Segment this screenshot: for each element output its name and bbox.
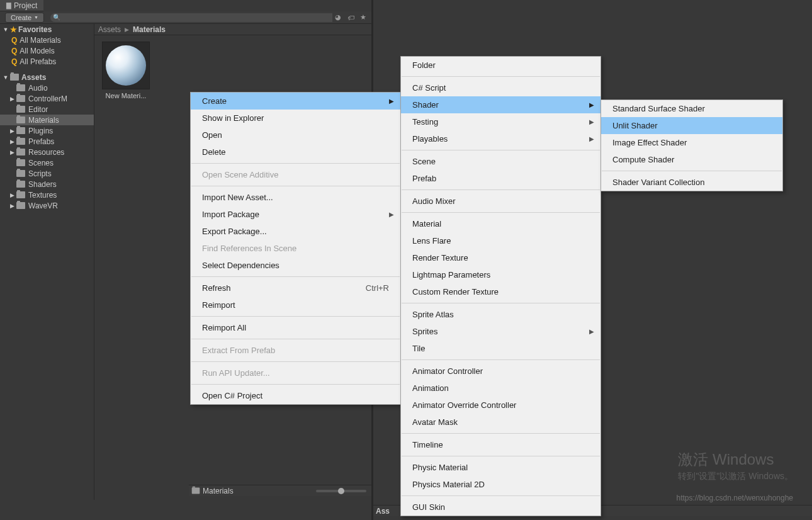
filter-icon[interactable]: ◕ (332, 13, 344, 23)
menu-item[interactable]: Physics Material 2D (401, 476, 601, 493)
chevron-right-icon[interactable] (9, 203, 15, 209)
menu-item[interactable]: Lens Flare (401, 232, 601, 249)
menu-item[interactable]: Reimport All (191, 319, 400, 336)
folder-item[interactable]: Plugins (0, 125, 94, 136)
chevron-right-icon[interactable] (9, 149, 15, 155)
asset-thumbnail (102, 42, 150, 89)
folder-label: Shaders (28, 180, 57, 189)
menu-item-label: Reimport (202, 300, 235, 310)
menu-item-label: Material (412, 219, 441, 229)
favorites-header[interactable]: ★ Favorites (0, 24, 94, 35)
context-menu-shader: Standard Surface ShaderUnlit ShaderImage… (601, 99, 783, 191)
menu-item-label: Animation (412, 383, 449, 393)
menu-item-label: Playables (412, 134, 448, 144)
menu-item[interactable]: Animation (401, 380, 601, 397)
favorite-item[interactable]: QAll Models (0, 45, 94, 56)
menu-item[interactable]: Shader Variant Collection (601, 174, 782, 191)
breadcrumb-root[interactable]: Assets (98, 25, 121, 34)
folder-item[interactable]: Materials (0, 115, 94, 125)
chevron-right-icon: ▶ (589, 101, 594, 108)
folder-item[interactable]: Audio (0, 82, 94, 93)
menu-item[interactable]: GUI Skin (401, 499, 601, 516)
menu-item[interactable]: Prefab (401, 170, 601, 187)
menu-item[interactable]: Folder (401, 57, 601, 74)
menu-item[interactable]: Tile (401, 340, 601, 357)
folder-item[interactable]: Shaders (0, 179, 94, 189)
menu-item[interactable]: Shader▶ (401, 96, 601, 113)
folder-label: Audio (28, 84, 48, 93)
menu-item-label: Export Package... (202, 227, 267, 236)
folder-item[interactable]: Textures (0, 189, 94, 200)
menu-item[interactable]: Timeline (401, 436, 601, 453)
folder-item[interactable]: WaveVR (0, 200, 94, 211)
folder-icon (16, 170, 25, 177)
search-area: 🔍 (50, 13, 332, 22)
menu-item-label: Run API Updater... (202, 368, 270, 378)
chevron-down-icon[interactable] (3, 26, 9, 33)
chevron-right-icon[interactable] (9, 96, 15, 102)
menu-item[interactable]: Animator Override Controller (401, 397, 601, 414)
menu-item: Open Scene Additive (191, 166, 400, 183)
menu-item[interactable]: Render Texture (401, 249, 601, 266)
menu-item[interactable]: C# Script (401, 79, 601, 96)
menu-item[interactable]: Show in Explorer (191, 110, 400, 127)
menu-item[interactable]: Select Dependencies (191, 257, 400, 274)
folder-item[interactable]: Prefabs (0, 136, 94, 147)
create-button[interactable]: Create ▼ (5, 13, 44, 23)
menu-separator (402, 303, 600, 303)
menu-item[interactable]: Physic Material (401, 459, 601, 476)
breadcrumb-current[interactable]: Materials (133, 25, 166, 34)
slider-thumb[interactable] (338, 488, 344, 494)
asset-item[interactable]: New Materi... (101, 42, 151, 99)
chevron-down-icon[interactable] (3, 74, 9, 81)
folder-item[interactable]: Editor (0, 104, 94, 115)
menu-item[interactable]: Image Effect Shader (601, 134, 782, 151)
folder-item[interactable]: Scenes (0, 157, 94, 168)
menu-item-label: Prefab (412, 174, 436, 183)
star-icon[interactable]: ★ (358, 13, 369, 23)
search-input[interactable] (50, 13, 332, 22)
folder-item[interactable]: ControllerM (0, 93, 94, 104)
menu-item[interactable]: RefreshCtrl+R (191, 280, 400, 297)
menu-item[interactable]: Testing▶ (401, 113, 601, 130)
menu-item[interactable]: Import New Asset... (191, 189, 400, 206)
menu-item[interactable]: Open (191, 127, 400, 144)
menu-item[interactable]: Open C# Project (191, 387, 400, 404)
menu-item[interactable]: Avatar Mask (401, 414, 601, 431)
menu-item[interactable]: Material (401, 215, 601, 232)
menu-item[interactable]: Standard Surface Shader (601, 100, 782, 117)
thumbnail-size-slider[interactable] (316, 488, 366, 494)
chevron-right-icon[interactable] (9, 138, 15, 145)
menu-item[interactable]: Import Package▶ (191, 206, 400, 223)
menu-item[interactable]: Lightmap Parameters (401, 266, 601, 283)
chevron-right-icon[interactable] (9, 128, 15, 134)
menu-item[interactable]: Sprites▶ (401, 323, 601, 340)
favorite-item[interactable]: QAll Materials (0, 35, 94, 45)
menu-item[interactable]: Export Package... (191, 223, 400, 240)
menu-item[interactable]: Playables▶ (401, 130, 601, 147)
material-sphere-icon (106, 45, 146, 86)
menu-item-label: Image Effect Shader (612, 138, 687, 147)
chevron-right-icon[interactable] (9, 192, 15, 198)
folder-item[interactable]: Scripts (0, 168, 94, 179)
menu-item[interactable]: Sprite Atlas (401, 306, 601, 323)
menu-item[interactable]: Unlit Shader (601, 117, 782, 134)
menu-item[interactable]: Delete (191, 144, 400, 161)
tag-icon[interactable]: 🏷 (345, 13, 356, 23)
menu-separator (402, 456, 600, 456)
favorite-item[interactable]: QAll Prefabs (0, 56, 94, 67)
menu-item[interactable]: Compute Shader (601, 151, 782, 168)
assets-header[interactable]: Assets (0, 72, 94, 82)
project-tree: ★ Favorites QAll MaterialsQAll ModelsQAl… (0, 24, 94, 500)
menu-item[interactable]: Reimport (191, 297, 400, 314)
right-bottom-label: Ass (376, 507, 390, 516)
menu-item[interactable]: Create▶ (191, 93, 400, 110)
folder-icon (16, 191, 25, 198)
menu-item[interactable]: Custom Render Texture (401, 283, 601, 300)
menu-item[interactable]: Animator Controller (401, 363, 601, 380)
menu-item-label: Audio Mixer (412, 196, 456, 206)
menu-item[interactable]: Audio Mixer (401, 193, 601, 210)
folder-item[interactable]: Resources (0, 147, 94, 157)
project-tab[interactable]: ▇ Project (0, 0, 43, 11)
menu-item[interactable]: Scene (401, 153, 601, 170)
